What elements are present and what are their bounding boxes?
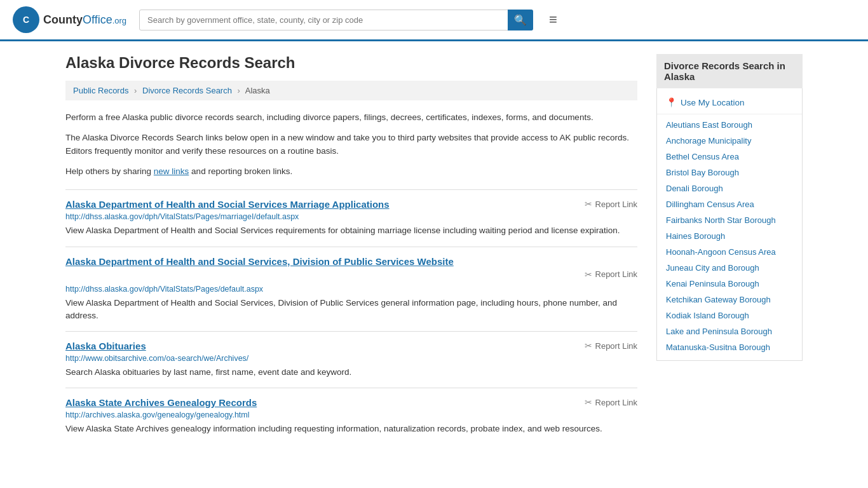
sidebar-link-8[interactable]: Hoonah-Angoon Census Area bbox=[657, 244, 802, 260]
result-title-1[interactable]: Alaska Department of Health and Social S… bbox=[65, 199, 578, 210]
search-container: 🔍 bbox=[139, 10, 533, 30]
intro-paragraph: Perform a free Alaska public divorce rec… bbox=[65, 111, 637, 125]
report-icon-3: ✂ bbox=[585, 341, 592, 351]
sidebar-link-12[interactable]: Kodiak Island Borough bbox=[657, 308, 802, 323]
result-item: Alaska Obituaries ✂ Report Link http://w… bbox=[65, 331, 637, 388]
result-url-4[interactable]: http://archives.alaska.gov/genealogy/gen… bbox=[65, 410, 637, 419]
report-link-button-2[interactable]: ✂ Report Link bbox=[578, 269, 637, 280]
result-item: Alaska Department of Health and Social S… bbox=[65, 189, 637, 246]
sidebar-link-1[interactable]: Anchorage Municipality bbox=[657, 133, 802, 149]
use-my-location-button[interactable]: 📍 Use My Location bbox=[657, 93, 802, 111]
page-title: Alaska Divorce Records Search bbox=[65, 54, 637, 72]
report-link-label-4: Report Link bbox=[595, 398, 637, 407]
sidebar-link-13[interactable]: Lake and Peninsula Borough bbox=[657, 323, 802, 339]
search-button[interactable]: 🔍 bbox=[508, 10, 533, 30]
sidebar-link-14[interactable]: Matanuska-Susitna Borough bbox=[657, 339, 802, 355]
result-title-4[interactable]: Alaska State Archives Genealogy Records bbox=[65, 397, 578, 408]
result-desc-4: View Alaska State Archives genealogy inf… bbox=[65, 423, 637, 435]
logo-text: CountyOffice.org bbox=[43, 13, 126, 27]
sidebar-header: Divorce Records Search in Alaska bbox=[656, 54, 803, 88]
sidebar: Divorce Records Search in Alaska 📍 Use M… bbox=[656, 54, 803, 445]
sidebar-link-10[interactable]: Kenai Peninsula Borough bbox=[657, 276, 802, 292]
sidebar-link-6[interactable]: Fairbanks North Star Borough bbox=[657, 212, 802, 228]
result-item: Alaska State Archives Genealogy Records … bbox=[65, 388, 637, 444]
share-paragraph: Help others by sharing new links and rep… bbox=[65, 165, 637, 179]
result-item: Alaska Department of Health and Social S… bbox=[65, 247, 637, 332]
sidebar-link-3[interactable]: Bristol Bay Borough bbox=[657, 165, 802, 180]
sidebar-link-9[interactable]: Juneau City and Borough bbox=[657, 260, 802, 276]
new-links-link[interactable]: new links bbox=[154, 166, 189, 176]
report-link-button-3[interactable]: ✂ Report Link bbox=[578, 341, 637, 351]
sidebar-link-2[interactable]: Bethel Census Area bbox=[657, 149, 802, 165]
report-icon-2: ✂ bbox=[585, 269, 592, 280]
breadcrumb-alaska: Alaska bbox=[245, 86, 270, 95]
sidebar-link-11[interactable]: Ketchikan Gateway Borough bbox=[657, 292, 802, 308]
svg-text:C: C bbox=[23, 15, 29, 25]
result-desc-1: View Alaska Department of Health and Soc… bbox=[65, 224, 637, 237]
report-icon-4: ✂ bbox=[585, 397, 592, 407]
result-title-2[interactable]: Alaska Department of Health and Social S… bbox=[65, 256, 637, 267]
sidebar-link-0[interactable]: Aleutians East Borough bbox=[657, 117, 802, 133]
use-my-location-label: Use My Location bbox=[681, 98, 745, 107]
logo[interactable]: C CountyOffice.org bbox=[13, 6, 126, 33]
breadcrumb-sep-2: › bbox=[238, 86, 240, 95]
report-link-button-4[interactable]: ✂ Report Link bbox=[578, 397, 637, 407]
result-desc-3: Search Alaska obituaries by last name, f… bbox=[65, 366, 637, 379]
report-link-label-3: Report Link bbox=[595, 341, 637, 351]
sidebar-link-5[interactable]: Dillingham Census Area bbox=[657, 196, 802, 212]
sidebar-link-7[interactable]: Haines Borough bbox=[657, 228, 802, 244]
content-area: Alaska Divorce Records Search Public Rec… bbox=[65, 54, 637, 445]
hamburger-icon: ≡ bbox=[549, 11, 557, 27]
menu-button[interactable]: ≡ bbox=[546, 8, 560, 31]
location-pin-icon: 📍 bbox=[666, 97, 677, 107]
sidebar-link-4[interactable]: Denali Borough bbox=[657, 180, 802, 196]
breadcrumb-divorce-records[interactable]: Divorce Records Search bbox=[142, 86, 232, 95]
report-link-button-1[interactable]: ✂ Report Link bbox=[578, 199, 637, 209]
result-url-2[interactable]: http://dhss.alaska.gov/dph/VitalStats/Pa… bbox=[65, 285, 637, 294]
search-icon: 🔍 bbox=[514, 14, 527, 26]
result-url-1[interactable]: http://dhss.alaska.gov/dph/VitalStats/Pa… bbox=[65, 212, 637, 221]
secondary-paragraph: The Alaska Divorce Records Search links … bbox=[65, 131, 637, 158]
result-title-3[interactable]: Alaska Obituaries bbox=[65, 341, 578, 351]
result-url-3[interactable]: http://www.obitsarchive.com/oa-search/we… bbox=[65, 354, 637, 363]
breadcrumb-sep-1: › bbox=[134, 86, 137, 95]
search-input[interactable] bbox=[139, 10, 533, 30]
sidebar-divider bbox=[657, 114, 802, 114]
logo-icon: C bbox=[13, 6, 39, 33]
report-icon-1: ✂ bbox=[585, 199, 592, 209]
breadcrumb-public-records[interactable]: Public Records bbox=[73, 86, 128, 95]
report-link-label-2: Report Link bbox=[595, 269, 637, 279]
report-link-label-1: Report Link bbox=[595, 200, 637, 209]
result-desc-2: View Alaska Department of Health and Soc… bbox=[65, 297, 637, 323]
sidebar-content: 📍 Use My Location Aleutians East Borough… bbox=[656, 88, 803, 361]
breadcrumb: Public Records › Divorce Records Search … bbox=[65, 81, 637, 100]
